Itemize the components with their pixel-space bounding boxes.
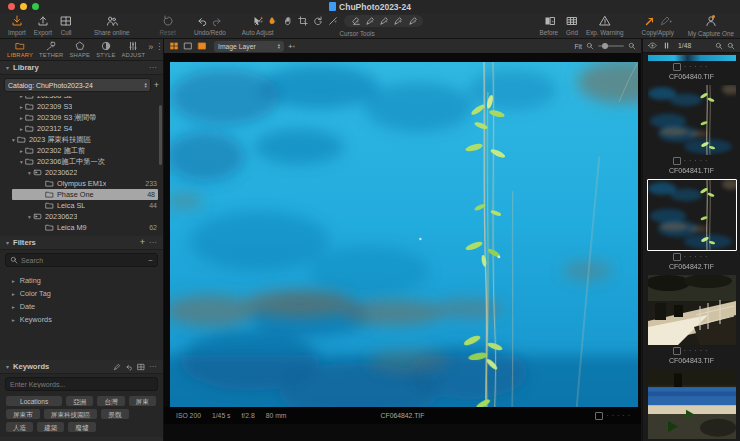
keyword-list-icon[interactable] (137, 363, 145, 371)
pan-tool[interactable]: ▾ (267, 16, 275, 26)
pen-tool-3[interactable]: ▾ (393, 16, 401, 26)
add-filter-button[interactable]: + (140, 238, 145, 247)
minimize-window-button[interactable] (20, 3, 27, 10)
multi-view-icon[interactable] (169, 41, 179, 51)
tree-scrollbar[interactable] (159, 105, 162, 165)
keywords-section-header[interactable]: ▾ Keywords ··· (0, 360, 163, 374)
layer-select[interactable]: Image Layer ▴▾ (214, 41, 284, 52)
filters-search[interactable]: − (5, 253, 158, 267)
undo-redo-button[interactable]: Undo/Redo (190, 14, 230, 37)
copy-apply-button[interactable]: ▾ Copy/Apply (638, 14, 678, 37)
eraser-tool[interactable]: ▾ (351, 16, 359, 26)
pen-tool-2[interactable]: ▾ (379, 16, 387, 26)
thumbnail-image[interactable] (648, 180, 736, 250)
filters-section-header[interactable]: ▾ Filters + ··· (0, 236, 163, 250)
thumbnail-clipped[interactable] (648, 55, 736, 61)
select-checkbox[interactable] (673, 63, 681, 71)
zoom-fit-label[interactable]: Fit (574, 43, 582, 50)
cull-button[interactable]: Cull (56, 14, 76, 37)
keywords-input[interactable] (10, 381, 153, 388)
more-tabs-chevrons-icon[interactable]: » (148, 39, 155, 52)
select-checkbox[interactable] (673, 157, 681, 165)
keyword-chip[interactable]: 人造 (6, 422, 33, 432)
tree-row[interactable]: Leica SL 44 (0, 200, 163, 211)
expand-arrow-icon[interactable]: ▸ (18, 148, 25, 154)
rating-dots[interactable]: ····· (684, 64, 711, 70)
select-checkbox[interactable] (595, 412, 603, 420)
keyword-chip[interactable]: 建築 (37, 422, 64, 432)
keyword-chip[interactable]: 屏東 (129, 396, 156, 406)
single-view-icon[interactable] (183, 41, 193, 51)
filters-search-input[interactable] (21, 257, 145, 264)
thumbnail-image[interactable] (648, 369, 736, 439)
keywords-entry[interactable] (5, 377, 158, 391)
collapse-arrow-icon[interactable]: ▾ (26, 170, 33, 176)
zoom-slider-knob[interactable] (602, 43, 608, 49)
tree-row[interactable]: ▸ 202312 S4 (0, 123, 163, 134)
select-checkbox[interactable] (673, 347, 681, 355)
keyword-chip[interactable]: 屏東市 (6, 409, 40, 419)
eye-icon[interactable] (648, 41, 657, 50)
tree-row[interactable]: ▸ 202309 S3 潮間帶 (0, 112, 163, 123)
tree-row[interactable]: ▸ 202302 施工前 (0, 145, 163, 156)
select-checkbox[interactable] (673, 253, 681, 261)
keyword-chip[interactable]: 景觀 (101, 409, 128, 419)
tree-row[interactable]: ▸ 202309 S3 (0, 101, 163, 112)
rotate-tool[interactable]: ▾ (313, 16, 321, 26)
expand-arrow-icon[interactable]: ▸ (18, 126, 25, 132)
crop-tool[interactable]: ▾ (298, 16, 306, 26)
tree-row-selected[interactable]: Phase One 48 (12, 189, 158, 200)
thumbnail-image[interactable] (648, 275, 736, 345)
rating-controls[interactable]: ····· (595, 412, 633, 420)
keyword-chip[interactable]: 屏東科技園區 (44, 409, 98, 419)
filters-menu-icon[interactable]: ··· (149, 238, 157, 247)
straighten-tool[interactable]: ▾ (328, 16, 336, 26)
thumbnail-image[interactable] (648, 85, 736, 155)
tab-adjust[interactable]: ADJUST (119, 39, 149, 60)
tab-style[interactable]: STYLE (93, 39, 118, 60)
keywords-menu-icon[interactable]: ··· (149, 362, 157, 371)
expand-arrow-icon[interactable]: ▸ (18, 115, 25, 121)
filter-group-color-tag[interactable]: ▸ Color Tag (0, 287, 163, 300)
keyword-chip[interactable]: 亞洲 (66, 396, 93, 406)
share-online-button[interactable]: Share online (90, 14, 133, 37)
library-menu-icon[interactable]: ··· (149, 63, 157, 72)
tree-row[interactable]: ▾ 2023 屏東科技園區 (0, 134, 163, 145)
before-after-button[interactable]: ▾ Before (535, 14, 562, 37)
tree-row[interactable]: Leica M9 62 (0, 222, 163, 233)
import-button[interactable]: Import (4, 14, 30, 37)
zoom-in-icon[interactable] (628, 42, 636, 50)
collapse-arrow-icon[interactable]: ▾ (26, 214, 33, 220)
browser-search-icon[interactable] (715, 42, 723, 50)
tab-shape[interactable]: SHAPE (67, 39, 94, 60)
hand-tool[interactable]: ▾ (283, 16, 291, 26)
select-tool[interactable]: ▾ (252, 16, 260, 26)
rating-dots[interactable]: ····· (606, 413, 633, 419)
collapse-arrow-icon[interactable]: ▾ (10, 137, 17, 143)
tab-library[interactable]: LIBRARY (4, 39, 36, 60)
main-photo[interactable] (170, 62, 638, 422)
rating-dots[interactable]: ····· (684, 348, 711, 354)
library-section-header[interactable]: ▾ Library ··· (0, 61, 163, 75)
catalog-select[interactable]: Catalog: ChuPhoto2023-24 ▴▾ (4, 78, 151, 92)
rating-dots[interactable]: ····· (684, 254, 711, 260)
zoom-out-icon[interactable] (586, 42, 594, 50)
exposure-warning-button[interactable]: Exp. Warning (582, 14, 628, 37)
pen-tool-4[interactable]: ▾ (408, 16, 416, 26)
close-window-button[interactable] (8, 3, 15, 10)
keyword-undo-icon[interactable] (125, 363, 133, 371)
keyword-library-section-header[interactable]: ▾ Keyword Library ··· (0, 437, 163, 441)
expand-arrow-icon[interactable]: ▸ (18, 104, 25, 110)
tree-row[interactable]: ▾ 202306施工中第一次 (0, 156, 163, 167)
keyword-chip[interactable]: 台灣 (97, 396, 124, 406)
export-button[interactable]: Export (30, 14, 56, 37)
reset-button[interactable]: Reset (155, 14, 179, 37)
keyword-chip[interactable]: Locations (6, 396, 62, 406)
my-capture-one-button[interactable]: My Capture One (684, 14, 738, 38)
keyword-chip[interactable]: 廢墟 (68, 422, 95, 432)
tree-row[interactable]: ▾ 20230623 (0, 211, 163, 222)
thumbnail-selected-frame[interactable] (647, 179, 737, 251)
proof-view-icon[interactable] (197, 41, 207, 51)
collapse-arrow-icon[interactable]: ▾ (18, 159, 25, 165)
browser-loupe-icon[interactable] (727, 42, 735, 50)
